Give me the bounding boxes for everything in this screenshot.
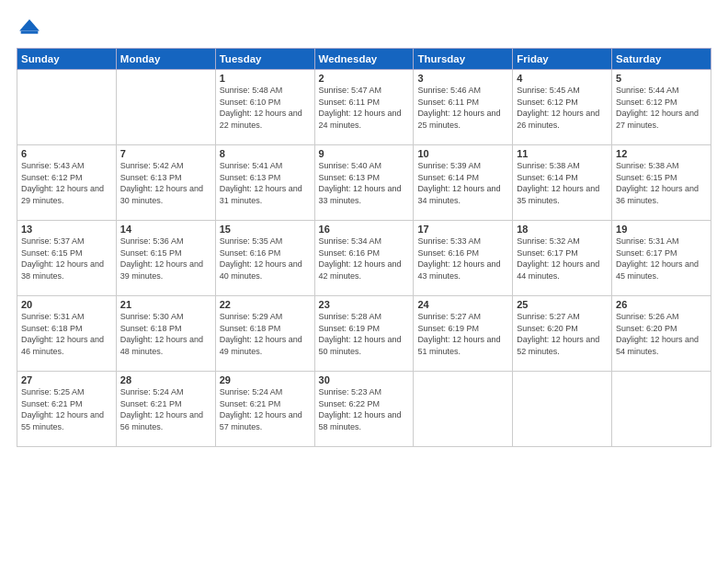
calendar-cell: 16Sunrise: 5:34 AM Sunset: 6:16 PM Dayli… xyxy=(314,221,414,296)
day-number: 5 xyxy=(616,73,707,84)
day-number: 2 xyxy=(319,73,410,84)
calendar-cell: 10Sunrise: 5:39 AM Sunset: 6:14 PM Dayli… xyxy=(414,145,513,221)
calendar-cell: 19Sunrise: 5:31 AM Sunset: 6:17 PM Dayli… xyxy=(612,221,711,296)
calendar-week-2: 13Sunrise: 5:37 AM Sunset: 6:15 PM Dayli… xyxy=(17,221,711,296)
calendar-cell: 13Sunrise: 5:37 AM Sunset: 6:15 PM Dayli… xyxy=(17,221,117,296)
col-header-wednesday: Wednesday xyxy=(314,49,414,70)
day-info: Sunrise: 5:32 AM Sunset: 6:17 PM Dayligh… xyxy=(517,236,608,282)
calendar-cell: 11Sunrise: 5:38 AM Sunset: 6:14 PM Dayli… xyxy=(513,145,612,221)
day-info: Sunrise: 5:24 AM Sunset: 6:21 PM Dayligh… xyxy=(220,386,311,432)
col-header-friday: Friday xyxy=(513,49,612,70)
day-number: 10 xyxy=(417,148,508,159)
calendar-header-row: SundayMondayTuesdayWednesdayThursdayFrid… xyxy=(17,49,711,70)
calendar: SundayMondayTuesdayWednesdayThursdayFrid… xyxy=(17,48,711,447)
day-info: Sunrise: 5:33 AM Sunset: 6:16 PM Dayligh… xyxy=(417,236,508,282)
col-header-tuesday: Tuesday xyxy=(215,49,314,70)
day-info: Sunrise: 5:48 AM Sunset: 6:10 PM Dayligh… xyxy=(220,85,311,131)
calendar-cell: 23Sunrise: 5:28 AM Sunset: 6:19 PM Dayli… xyxy=(314,296,414,372)
day-number: 15 xyxy=(220,224,311,235)
day-number: 25 xyxy=(517,299,608,310)
day-info: Sunrise: 5:38 AM Sunset: 6:15 PM Dayligh… xyxy=(616,160,707,206)
day-number: 26 xyxy=(616,299,707,310)
day-number: 7 xyxy=(120,148,211,159)
day-info: Sunrise: 5:29 AM Sunset: 6:18 PM Dayligh… xyxy=(220,311,311,357)
calendar-week-4: 27Sunrise: 5:25 AM Sunset: 6:21 PM Dayli… xyxy=(17,372,711,447)
day-info: Sunrise: 5:39 AM Sunset: 6:14 PM Dayligh… xyxy=(417,160,508,206)
calendar-cell: 5Sunrise: 5:44 AM Sunset: 6:12 PM Daylig… xyxy=(612,70,711,145)
calendar-cell xyxy=(612,372,711,447)
calendar-week-0: 1Sunrise: 5:48 AM Sunset: 6:10 PM Daylig… xyxy=(17,70,711,145)
calendar-cell: 4Sunrise: 5:45 AM Sunset: 6:12 PM Daylig… xyxy=(513,70,612,145)
calendar-cell: 1Sunrise: 5:48 AM Sunset: 6:10 PM Daylig… xyxy=(215,70,314,145)
calendar-cell: 14Sunrise: 5:36 AM Sunset: 6:15 PM Dayli… xyxy=(116,221,215,296)
calendar-cell: 12Sunrise: 5:38 AM Sunset: 6:15 PM Dayli… xyxy=(612,145,711,221)
day-info: Sunrise: 5:35 AM Sunset: 6:16 PM Dayligh… xyxy=(220,236,311,282)
calendar-cell xyxy=(414,372,513,447)
day-number: 14 xyxy=(120,224,211,235)
calendar-week-3: 20Sunrise: 5:31 AM Sunset: 6:18 PM Dayli… xyxy=(17,296,711,372)
day-info: Sunrise: 5:41 AM Sunset: 6:13 PM Dayligh… xyxy=(220,160,311,206)
day-number: 9 xyxy=(319,148,410,159)
day-info: Sunrise: 5:23 AM Sunset: 6:22 PM Dayligh… xyxy=(319,386,410,432)
col-header-monday: Monday xyxy=(116,49,215,70)
day-info: Sunrise: 5:31 AM Sunset: 6:18 PM Dayligh… xyxy=(21,311,112,357)
day-number: 29 xyxy=(220,374,311,385)
svg-marker-0 xyxy=(19,19,40,30)
day-number: 28 xyxy=(120,374,211,385)
col-header-thursday: Thursday xyxy=(414,49,513,70)
calendar-cell: 21Sunrise: 5:30 AM Sunset: 6:18 PM Dayli… xyxy=(116,296,215,372)
day-number: 11 xyxy=(517,148,608,159)
calendar-cell: 22Sunrise: 5:29 AM Sunset: 6:18 PM Dayli… xyxy=(215,296,314,372)
day-number: 8 xyxy=(220,148,311,159)
day-info: Sunrise: 5:43 AM Sunset: 6:12 PM Dayligh… xyxy=(21,160,112,206)
page: SundayMondayTuesdayWednesdayThursdayFrid… xyxy=(0,0,728,563)
calendar-cell: 7Sunrise: 5:42 AM Sunset: 6:13 PM Daylig… xyxy=(116,145,215,221)
day-number: 17 xyxy=(417,224,508,235)
day-info: Sunrise: 5:46 AM Sunset: 6:11 PM Dayligh… xyxy=(417,85,508,131)
day-info: Sunrise: 5:31 AM Sunset: 6:17 PM Dayligh… xyxy=(616,236,707,282)
day-number: 22 xyxy=(220,299,311,310)
calendar-cell: 28Sunrise: 5:24 AM Sunset: 6:21 PM Dayli… xyxy=(116,372,215,447)
calendar-cell xyxy=(513,372,612,447)
col-header-saturday: Saturday xyxy=(612,49,711,70)
calendar-cell: 15Sunrise: 5:35 AM Sunset: 6:16 PM Dayli… xyxy=(215,221,314,296)
day-info: Sunrise: 5:42 AM Sunset: 6:13 PM Dayligh… xyxy=(120,160,211,206)
day-info: Sunrise: 5:28 AM Sunset: 6:19 PM Dayligh… xyxy=(319,311,410,357)
calendar-cell: 8Sunrise: 5:41 AM Sunset: 6:13 PM Daylig… xyxy=(215,145,314,221)
day-info: Sunrise: 5:30 AM Sunset: 6:18 PM Dayligh… xyxy=(120,311,211,357)
day-number: 13 xyxy=(21,224,112,235)
col-header-sunday: Sunday xyxy=(17,49,117,70)
calendar-cell: 3Sunrise: 5:46 AM Sunset: 6:11 PM Daylig… xyxy=(414,70,513,145)
day-number: 27 xyxy=(21,374,112,385)
day-info: Sunrise: 5:34 AM Sunset: 6:16 PM Dayligh… xyxy=(319,236,410,282)
day-number: 3 xyxy=(417,73,508,84)
calendar-cell: 25Sunrise: 5:27 AM Sunset: 6:20 PM Dayli… xyxy=(513,296,612,372)
day-number: 16 xyxy=(319,224,410,235)
day-info: Sunrise: 5:44 AM Sunset: 6:12 PM Dayligh… xyxy=(616,85,707,131)
day-info: Sunrise: 5:24 AM Sunset: 6:21 PM Dayligh… xyxy=(120,386,211,432)
calendar-cell: 26Sunrise: 5:26 AM Sunset: 6:20 PM Dayli… xyxy=(612,296,711,372)
calendar-cell: 2Sunrise: 5:47 AM Sunset: 6:11 PM Daylig… xyxy=(314,70,414,145)
day-info: Sunrise: 5:36 AM Sunset: 6:15 PM Dayligh… xyxy=(120,236,211,282)
calendar-cell: 17Sunrise: 5:33 AM Sunset: 6:16 PM Dayli… xyxy=(414,221,513,296)
calendar-cell: 29Sunrise: 5:24 AM Sunset: 6:21 PM Dayli… xyxy=(215,372,314,447)
day-number: 18 xyxy=(517,224,608,235)
day-number: 30 xyxy=(319,374,410,385)
day-number: 6 xyxy=(21,148,112,159)
logo xyxy=(17,17,46,42)
logo-icon xyxy=(17,17,42,42)
calendar-cell: 27Sunrise: 5:25 AM Sunset: 6:21 PM Dayli… xyxy=(17,372,117,447)
calendar-cell: 18Sunrise: 5:32 AM Sunset: 6:17 PM Dayli… xyxy=(513,221,612,296)
calendar-cell: 24Sunrise: 5:27 AM Sunset: 6:19 PM Dayli… xyxy=(414,296,513,372)
calendar-cell: 30Sunrise: 5:23 AM Sunset: 6:22 PM Dayli… xyxy=(314,372,414,447)
calendar-week-1: 6Sunrise: 5:43 AM Sunset: 6:12 PM Daylig… xyxy=(17,145,711,221)
day-info: Sunrise: 5:27 AM Sunset: 6:20 PM Dayligh… xyxy=(517,311,608,357)
day-number: 19 xyxy=(616,224,707,235)
day-number: 1 xyxy=(220,73,311,84)
calendar-cell: 9Sunrise: 5:40 AM Sunset: 6:13 PM Daylig… xyxy=(314,145,414,221)
svg-rect-1 xyxy=(21,31,39,34)
day-info: Sunrise: 5:38 AM Sunset: 6:14 PM Dayligh… xyxy=(517,160,608,206)
day-number: 21 xyxy=(120,299,211,310)
calendar-cell: 20Sunrise: 5:31 AM Sunset: 6:18 PM Dayli… xyxy=(17,296,117,372)
day-info: Sunrise: 5:27 AM Sunset: 6:19 PM Dayligh… xyxy=(417,311,508,357)
